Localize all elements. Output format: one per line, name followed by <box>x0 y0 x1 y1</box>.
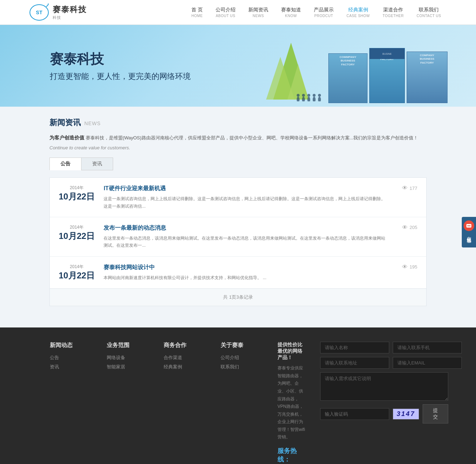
logo-name-en: 科技 <box>53 15 87 20</box>
news-date: 2014年 10月22日 <box>59 264 95 281</box>
hotline-label: 服务热线： <box>277 447 297 463</box>
svg-point-5 <box>297 97 300 101</box>
footer-hotline: 服务热线：0371-86629205 QQ：97785262 <box>277 447 306 464</box>
tab-bar: 公告 资讯 <box>49 158 427 170</box>
footer-promo-text: 赛泰专业供应智能路由器，为网吧、企业、小区、供应路由器，VPN路由器，万兆交换机… <box>277 364 306 441</box>
news-description: 这是一条测试咨询信息，网上上线后请记得删除。这是一条测试咨询信息，网上上线后请记… <box>104 195 387 210</box>
nav-item-news[interactable]: 新闻资讯NEWS <box>242 7 275 18</box>
sidebar-arrow-icon: 《 <box>466 238 471 244</box>
svg-point-7 <box>302 97 305 101</box>
news-content: IT硬件行业迎来最新机遇 这是一条测试咨询信息，网上上线后请记得删除。这是一条测… <box>104 185 387 210</box>
news-day: 10月22日 <box>59 230 95 242</box>
svg-point-14 <box>318 94 321 97</box>
view-count: 195 <box>409 264 417 270</box>
svg-point-11 <box>313 97 316 101</box>
form-email-input[interactable] <box>393 357 462 369</box>
news-year: 2014年 <box>59 224 95 230</box>
footer-link[interactable]: 智能家居 <box>107 364 149 370</box>
banner-subtitle: 打造更智能，更人性，更完美的网络环境 <box>50 71 191 82</box>
news-title[interactable]: 赛泰科技网站设计中 <box>104 264 387 271</box>
nav-item-know[interactable]: 赛泰知道KNOW <box>275 7 307 18</box>
form-address-input[interactable] <box>320 357 389 369</box>
online-service-widget[interactable]: 在线客服 《 <box>462 217 476 247</box>
news-item: 2014年 10月22日 发布一条最新的动态消息 在这里发布一条动态消息，该消息… <box>50 217 426 257</box>
footer-link[interactable]: 资讯 <box>50 364 92 370</box>
svg-point-8 <box>302 94 305 97</box>
banner-decoration: COMMPANYBUSINESSFACTORY COMMPANYBUSINESS… <box>241 32 448 103</box>
logo-name-cn: 赛泰科技 <box>53 4 87 15</box>
section-title-news: 新闻资讯 NEWS <box>49 117 427 128</box>
submit-button[interactable]: 提 交 <box>423 404 448 423</box>
form-name-input[interactable] <box>320 342 389 353</box>
section-title-cn: 新闻资讯 <box>49 117 81 128</box>
news-views: 👁 205 <box>396 224 417 231</box>
footer-link[interactable]: 网络设备 <box>107 354 149 361</box>
svg-text:ST: ST <box>36 10 42 15</box>
news-year: 2014年 <box>59 264 95 270</box>
footer-col: 商务合作合作渠道经典案例 <box>164 342 206 464</box>
tab-news[interactable]: 资讯 <box>81 158 113 170</box>
footer-link[interactable]: 联系我们 <box>221 364 263 370</box>
eye-icon: 👁 <box>402 224 408 231</box>
footer-promo: 提供性价比最优的网络产品！ 赛泰专业供应智能路由器，为网吧、企业、小区、供应路由… <box>277 342 306 464</box>
svg-point-10 <box>307 94 310 97</box>
nav-item-together[interactable]: 渠道合作TOGETHER <box>376 7 410 18</box>
eye-icon: 👁 <box>402 185 408 191</box>
contact-form: 3147 提 交 <box>320 342 448 464</box>
svg-point-18 <box>470 225 471 226</box>
intro-en: Continue to create value for customers. <box>49 145 427 150</box>
news-title[interactable]: IT硬件行业迎来最新机遇 <box>104 185 387 192</box>
svg-point-13 <box>318 97 321 101</box>
nav-item-home[interactable]: 首 页HOME <box>185 7 209 18</box>
footer-columns: 新闻动态公告资讯业务范围网络设备智能家居商务合作合作渠道经典案例关于赛泰公司介绍… <box>50 342 263 464</box>
service-icon <box>464 220 474 231</box>
view-count: 205 <box>409 225 417 230</box>
intro-paragraph: 为客户创造价值 赛泰科技，是维盟(WayOS)路由器河南核心代理，供应维盟全部产… <box>49 133 427 142</box>
footer-link[interactable]: 公告 <box>50 354 92 361</box>
news-list: 2014年 10月22日 IT硬件行业迎来最新机遇 这是一条测试咨询信息，网上上… <box>49 177 427 289</box>
captcha-input[interactable] <box>320 408 389 420</box>
intro-body: 赛泰科技，是维盟(WayOS)路由器河南核心代理，供应维盟全部产品，提供中小型企… <box>86 135 418 140</box>
banner: 赛泰科技 打造更智能，更人性，更完美的网络环境 COMMPANYBUSINESS… <box>0 25 476 107</box>
intro-strong: 为客户创造价值 <box>49 135 84 140</box>
view-count: 177 <box>409 186 417 191</box>
news-item: 2014年 10月22日 赛泰科技网站设计中 本网站由河南新速度计算机科技有限公… <box>50 257 426 288</box>
news-year: 2014年 <box>59 185 95 191</box>
service-label: 在线客服 <box>466 233 472 236</box>
svg-point-6 <box>297 94 300 97</box>
form-message-textarea[interactable] <box>320 372 448 401</box>
footer-link[interactable]: 公司介绍 <box>221 354 263 361</box>
section-title-en: NEWS <box>84 121 101 126</box>
eye-icon: 👁 <box>402 264 408 270</box>
footer-link[interactable]: 合作渠道 <box>164 354 206 361</box>
footer-col-title: 新闻动态 <box>50 342 92 349</box>
news-day: 10月22日 <box>59 191 95 202</box>
svg-point-16 <box>467 225 469 226</box>
banner-title: 赛泰科技 <box>50 50 191 68</box>
pagination: 共 1页3条记录 <box>49 289 427 306</box>
news-description: 在这里发布一条动态消息，该消息用来做网站测试。在这里发布一条动态消息，该消息用来… <box>104 235 387 249</box>
news-description: 本网站由河南新速度计算机科技有限公司设计，并提供技术支持，和网站优化指导。 ..… <box>104 274 387 281</box>
footer-col-title: 关于赛泰 <box>221 342 263 349</box>
news-item: 2014年 10月22日 IT硬件行业迎来最新机遇 这是一条测试咨询信息，网上上… <box>50 178 426 217</box>
news-views: 👁 177 <box>396 185 417 191</box>
nav-item-contact-us[interactable]: 联系我们CONTACT US <box>410 7 448 18</box>
footer-link[interactable]: 经典案例 <box>164 364 206 370</box>
news-content: 发布一条最新的动态消息 在这里发布一条动态消息，该消息用来做网站测试。在这里发布… <box>104 224 387 249</box>
footer-col: 关于赛泰公司介绍联系我们 <box>221 342 263 464</box>
news-date: 2014年 10月22日 <box>59 185 95 202</box>
news-content: 赛泰科技网站设计中 本网站由河南新速度计算机科技有限公司设计，并提供技术支持，和… <box>104 264 387 281</box>
footer-col-title: 商务合作 <box>164 342 206 349</box>
footer: 新闻动态公告资讯业务范围网络设备智能家居商务合作合作渠道经典案例关于赛泰公司介绍… <box>0 327 476 464</box>
nav-item-prodcut[interactable]: 产品展示PRODCUT <box>307 7 340 18</box>
main-content: 新闻资讯 NEWS 为客户创造价值 赛泰科技，是维盟(WayOS)路由器河南核心… <box>42 107 434 317</box>
svg-point-9 <box>307 97 310 101</box>
tab-announcement[interactable]: 公告 <box>49 158 81 170</box>
form-phone-input[interactable] <box>393 342 462 353</box>
footer-col: 新闻动态公告资讯 <box>50 342 92 464</box>
news-title[interactable]: 发布一条最新的动态消息 <box>104 224 387 232</box>
nav-item-about-us[interactable]: 公司介绍ABOUT US <box>209 7 242 18</box>
nav-item-case-show[interactable]: 经典案例CASE SHOW <box>340 7 376 18</box>
footer-top: 新闻动态公告资讯业务范围网络设备智能家居商务合作合作渠道经典案例关于赛泰公司介绍… <box>50 342 426 464</box>
logo: ST 赛泰科技 科技 <box>28 2 87 22</box>
